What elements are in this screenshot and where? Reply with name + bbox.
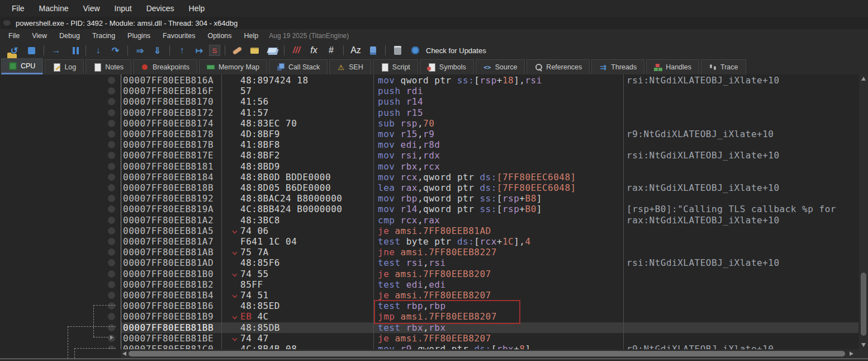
disasm-row[interactable]: 00007FF80EEB819248:8BAC24 B8000000mov rb…	[0, 193, 858, 204]
disasm-row[interactable]: 00007FF80EEB817B41:8BF8mov edi,r8d	[0, 139, 858, 150]
menu-file[interactable]: File	[2, 32, 26, 40]
skip-icon[interactable]: ⇓	[150, 44, 165, 57]
vertical-scrollbar[interactable]	[859, 74, 868, 358]
disasm-row[interactable]: 00007FF80EEB818148:8BD9mov rbx,rcx	[0, 161, 858, 172]
vm-menu-file[interactable]: File	[4, 4, 32, 13]
menu-favourites[interactable]: Favourites	[156, 32, 201, 40]
scroll-up-arrow-icon[interactable]	[861, 77, 866, 81]
animate-into-icon[interactable]: ⇒	[132, 44, 148, 57]
breakpoint-dot[interactable]	[108, 259, 115, 266]
disasm-row[interactable]: 00007FF80EEB81A248:3BC8cmp rcx,raxrax:Nt…	[0, 215, 858, 226]
disasm-row[interactable]: 00007FF80EEB81AD48:85F6test rsi,rsirsi:N…	[0, 257, 858, 268]
vm-menu-machine[interactable]: Machine	[32, 4, 76, 13]
preferences-fx-icon[interactable]: fx	[306, 44, 321, 57]
calculator-icon[interactable]	[390, 44, 405, 57]
disasm-row[interactable]: 00007FF80EEB816A48:897424 18mov qword pt…	[0, 75, 858, 86]
menu-help[interactable]: Help	[238, 32, 265, 40]
breakpoint-dot[interactable]	[108, 98, 115, 105]
tab-symbols[interactable]: Symbols	[420, 59, 474, 74]
disasm-row[interactable]: 00007FF80EEB81A574 06je amsi.7FF80EEB81A…	[0, 226, 858, 236]
disasm-row[interactable]: 00007FF80EEB817E48:8BF2mov rsi,rdxrsi:Nt…	[0, 150, 858, 161]
breakpoint-dot[interactable]	[108, 174, 115, 181]
breakpoint-dot[interactable]	[108, 281, 115, 288]
update-globe-icon[interactable]	[407, 44, 423, 57]
breakpoint-dot[interactable]	[108, 141, 115, 148]
breakpoint-dot[interactable]	[108, 195, 115, 202]
titlebar[interactable]: powershell.exe - PID: 3492 - Module: ams…	[0, 17, 868, 29]
disasm-comment-separator[interactable]	[623, 74, 624, 349]
disasm-row[interactable]: 00007FF80EEB81B474 51je amsi.7FF80EEB820…	[0, 290, 858, 301]
tab-source[interactable]: <>Source	[476, 59, 525, 74]
disasm-row[interactable]: 00007FF80EEB81A7F641 1C 04test byte ptr …	[0, 236, 858, 247]
tab-memory-map[interactable]: Memory Map	[199, 59, 267, 74]
step-into-icon[interactable]: ↓	[91, 44, 106, 57]
stop-trace-icon[interactable]: S	[209, 45, 220, 56]
tab-notes[interactable]: Notes	[86, 59, 131, 74]
step-over-icon[interactable]: ↷	[108, 44, 123, 57]
check-for-updates-button[interactable]: Check for Updates	[426, 44, 486, 57]
vm-menu-devices[interactable]: Devices	[139, 4, 182, 13]
tab-references[interactable]: References	[527, 59, 590, 74]
pause-icon[interactable]	[66, 44, 81, 57]
run-to-user-code-icon[interactable]: ↦	[192, 44, 207, 57]
breakpoint-dot[interactable]	[108, 184, 115, 191]
stop-icon[interactable]	[24, 44, 39, 57]
disasm-row[interactable]: 00007FF80EEB817448:83EC 70sub rsp,70	[0, 118, 858, 129]
tab-call-stack[interactable]: Call Stack	[269, 59, 328, 74]
menu-debug[interactable]: Debug	[53, 32, 86, 40]
run-icon[interactable]: →	[49, 44, 64, 57]
restart-icon[interactable]: ↺	[7, 44, 22, 57]
disasm-row[interactable]: 00007FF80EEB818B48:8D05 B6DE0000lea rax,…	[0, 182, 858, 193]
breakpoint-dot[interactable]	[108, 324, 115, 331]
menu-view[interactable]: View	[26, 32, 53, 40]
detach-icon[interactable]	[366, 44, 381, 57]
disasm-row[interactable]: 00007FF80EEB81784D:8BF9mov r15,r9r9:NtGd…	[0, 129, 858, 139]
disasm-row[interactable]: 00007FF80EEB81AB75 7Ajne amsi.7FF80EEB82…	[0, 247, 858, 257]
scroll-right-arrow-icon[interactable]	[850, 351, 853, 356]
horizontal-scroll-thumb[interactable]	[129, 351, 845, 357]
vertical-scroll-thumb[interactable]	[861, 273, 866, 336]
breakpoint-dot[interactable]	[108, 302, 115, 310]
tab-seh[interactable]: ⚠SEH	[329, 59, 371, 74]
breakpoint-dot[interactable]	[108, 345, 115, 349]
vm-menu-view[interactable]: View	[75, 4, 107, 13]
case-icon[interactable]: Az	[348, 44, 363, 57]
disasm-row[interactable]: 00007FF80EEB819A4C:8BB424 B0000000mov r1…	[0, 204, 858, 214]
tab-handles[interactable]: Handles	[646, 59, 699, 74]
tab-cpu[interactable]: CPU	[1, 58, 43, 74]
scroll-left-arrow-icon[interactable]	[122, 351, 126, 356]
disasm-row[interactable]: 00007FF80EEB817241:57push r15	[0, 107, 858, 118]
vm-menu-input[interactable]: Input	[107, 4, 139, 13]
menu-tracing[interactable]: Tracing	[86, 32, 121, 40]
disasm-row[interactable]: 00007FF80EEB81C04C:8B4B 08mov r9,qword p…	[0, 344, 858, 349]
breakpoint-dot[interactable]	[108, 249, 115, 256]
scroll-down-arrow-icon[interactable]	[861, 343, 866, 347]
tab-threads[interactable]: ⇉Threads	[591, 59, 644, 74]
vm-menu-help[interactable]: Help	[182, 4, 212, 13]
disasm-row[interactable]: 00007FF80EEB816F57push rdi	[0, 86, 858, 96]
tab-trace[interactable]: Trace	[701, 59, 746, 74]
breakpoint-dot[interactable]	[108, 120, 115, 127]
disasm-row[interactable]: 00007FF80EEB81B074 55je amsi.7FF80EEB820…	[0, 269, 858, 279]
breakpoint-dot[interactable]	[108, 313, 115, 320]
tab-breakpoints[interactable]: Breakpoints	[133, 59, 197, 74]
breakpoint-dot[interactable]	[108, 130, 115, 138]
disasm-row[interactable]: 00007FF80EEB81BE74 47je amsi.7FF80EEB820…	[0, 333, 858, 344]
comment-icon[interactable]	[247, 44, 262, 57]
step-out-icon[interactable]: ↑	[174, 44, 189, 57]
breakpoint-dot[interactable]	[108, 87, 115, 95]
menu-options[interactable]: Options	[201, 32, 238, 40]
breakpoint-dot[interactable]	[108, 205, 115, 213]
breakpoint-dot[interactable]	[108, 270, 115, 278]
horizontal-scrollbar[interactable]	[121, 349, 859, 358]
breakpoint-dot[interactable]	[108, 238, 115, 245]
trace-coverage-icon[interactable]: ///	[289, 44, 304, 57]
label-icon[interactable]	[264, 44, 279, 57]
breakpoint-dot[interactable]	[108, 217, 115, 224]
tab-log[interactable]: Log	[45, 59, 84, 74]
calculator-hash-icon[interactable]: #	[324, 44, 339, 57]
disasm-row[interactable]: 00007FF80EEB81B285FFtest edi,edi	[0, 279, 858, 290]
breakpoint-dot[interactable]	[108, 163, 115, 170]
disasm-row[interactable]: 00007FF80EEB818448:8B0D BDDE0000mov rcx,…	[0, 172, 858, 182]
menu-plugins[interactable]: Plugins	[121, 32, 156, 40]
